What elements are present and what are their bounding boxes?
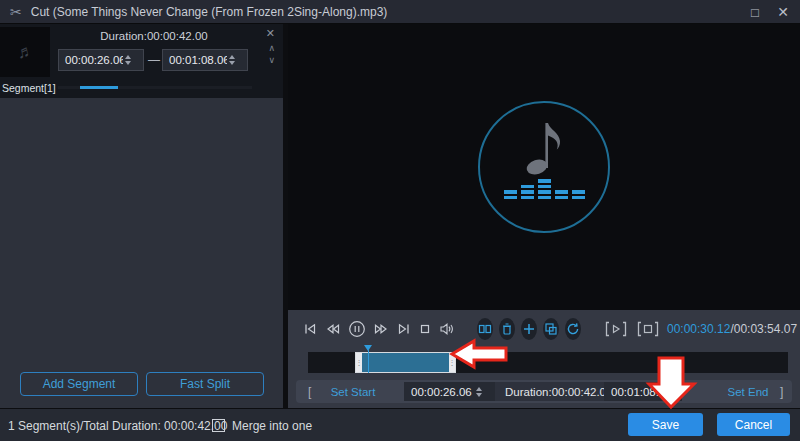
spinner-up-icon[interactable] — [125, 55, 131, 59]
timeline-track[interactable]: ⋮ ⋮ — [308, 352, 788, 373]
equalizer-icon — [504, 179, 585, 199]
trim-edit-bar: [ Set Start Duration:00:00:42.00 Set End… — [296, 380, 792, 403]
end-bracket-button[interactable]: ] — [780, 380, 783, 403]
reset-button[interactable] — [565, 318, 581, 340]
segment-start-stepper[interactable] — [125, 55, 131, 65]
spinner-down-icon[interactable] — [229, 61, 235, 65]
segment-end-input[interactable] — [163, 54, 227, 66]
set-end-button[interactable]: Set End — [708, 380, 788, 403]
fast-split-button[interactable]: Fast Split — [146, 372, 264, 396]
stop-segment-button[interactable] — [635, 320, 661, 338]
segment-right-handle[interactable]: ⋮ — [449, 353, 455, 372]
segment-move-down-icon[interactable]: ∨ — [268, 56, 275, 65]
spinner-up-icon[interactable] — [476, 387, 482, 391]
segment-duration-label: Duration:00:00:42.00 — [58, 30, 250, 42]
merge-checkbox[interactable] — [212, 419, 225, 432]
music-note-thumb-icon: ♬ — [15, 40, 36, 63]
playhead[interactable] — [364, 345, 373, 373]
close-button[interactable]: ✕ — [768, 0, 798, 24]
trim-start-field[interactable] — [404, 382, 500, 401]
spinner-down-icon[interactable] — [476, 393, 482, 397]
volume-button[interactable] — [438, 321, 456, 337]
trim-start-stepper[interactable] — [476, 387, 482, 397]
music-note-icon — [522, 117, 566, 175]
start-bracket-button[interactable]: [ — [308, 380, 311, 403]
fast-forward-button[interactable] — [372, 321, 390, 337]
copy-segment-button[interactable] — [543, 318, 559, 340]
segment-delete-icon[interactable]: ✕ — [266, 27, 275, 40]
playback-control-panel: 00:00:30.12/00:03:54.07 ⋮ ⋮ [ Set Start … — [288, 310, 800, 408]
segment-thumbnail[interactable]: ♬ — [0, 27, 50, 77]
merge-checkbox-label[interactable]: Merge into one — [232, 419, 312, 433]
delete-segment-button[interactable] — [499, 318, 515, 340]
segment-start-field[interactable] — [58, 49, 144, 71]
total-time: /00:03:54.07 — [730, 322, 797, 336]
time-display: 00:00:30.12/00:03:54.07 — [667, 322, 797, 336]
transport-toolbar: 00:00:30.12/00:03:54.07 — [302, 317, 790, 341]
trim-end-input[interactable] — [604, 386, 674, 398]
audio-placeholder-circle — [478, 101, 610, 233]
maximize-button[interactable]: □ — [740, 0, 770, 24]
skip-to-start-button[interactable] — [302, 321, 319, 337]
segment-range-fill — [80, 86, 118, 89]
window-title: Cut (Some Things Never Change (From Froz… — [31, 5, 388, 19]
split-segment-button[interactable] — [477, 318, 493, 340]
add-segment-icon-button[interactable] — [521, 318, 537, 340]
cancel-button[interactable]: Cancel — [717, 413, 790, 436]
range-dash: — — [148, 53, 160, 67]
segment-list-panel: ♬ Duration:00:00:42.00 — ✕ ∧ ∨ Segment[1… — [0, 24, 288, 408]
next-frame-button[interactable] — [395, 321, 412, 337]
add-segment-button[interactable]: Add Segment — [20, 372, 138, 396]
current-time: 00:00:30.12 — [667, 322, 730, 336]
footer-bar: 1 Segment(s)/Total Duration: 00:00:42.00… — [0, 408, 800, 441]
previous-frame-button[interactable] — [324, 321, 342, 337]
segment-end-stepper[interactable] — [229, 55, 235, 65]
segment-start-input[interactable] — [59, 54, 123, 66]
segment-card[interactable]: ♬ Duration:00:00:42.00 — ✕ ∧ ∨ Segment[1… — [0, 24, 283, 98]
play-segment-button[interactable] — [603, 320, 629, 338]
segment-end-field[interactable] — [162, 49, 248, 71]
save-button[interactable]: Save — [628, 413, 703, 436]
title-bar: ✂ Cut (Some Things Never Change (From Fr… — [0, 0, 800, 24]
segment-move-up-icon[interactable]: ∧ — [268, 44, 275, 53]
playhead-line — [368, 350, 369, 373]
spinner-down-icon[interactable] — [125, 61, 131, 65]
scissors-icon: ✂ — [10, 5, 22, 19]
set-start-button[interactable]: Set Start — [318, 380, 388, 403]
spinner-up-icon[interactable] — [229, 55, 235, 59]
segment-left-handle[interactable]: ⋮ — [356, 353, 362, 372]
trim-start-input[interactable] — [404, 386, 474, 398]
segment-summary-label: 1 Segment(s)/Total Duration: 00:00:42.00 — [8, 419, 227, 433]
stop-button[interactable] — [417, 321, 433, 337]
segment-name-label: Segment[1] — [2, 82, 56, 94]
pause-button[interactable] — [347, 319, 367, 339]
trim-end-field[interactable] — [604, 382, 682, 401]
audio-preview-area — [288, 24, 800, 310]
segment-range-bar — [58, 86, 252, 89]
